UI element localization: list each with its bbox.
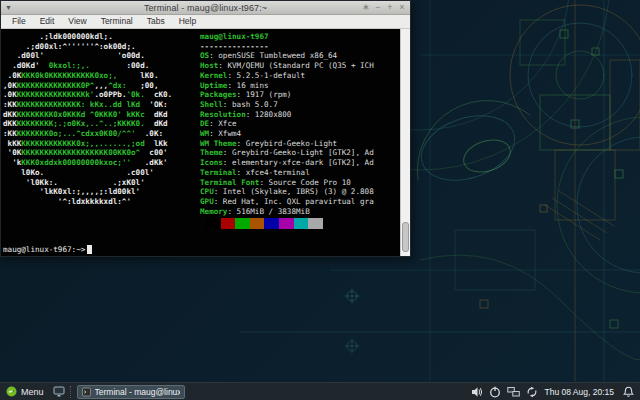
menu-item-view[interactable]: View: [61, 15, 93, 28]
sysinfo-row: Resolution: 1280x800: [200, 110, 374, 120]
ascii-art-line: ,0KKKKKKKKKKKKKKK0P^,,,^dx: ;00,: [3, 81, 172, 91]
notifications-bell-icon[interactable]: [623, 386, 634, 398]
shell-prompt[interactable]: maug@linux-t967:~>: [3, 245, 92, 255]
terminal-color-palette: [206, 218, 323, 229]
sysinfo-row: WM: Xfwm4: [200, 129, 374, 139]
palette-swatch: [264, 218, 279, 229]
sysinfo-row: Host: KVM/QEMU (Standard PC (Q35 + ICH: [200, 61, 374, 71]
ascii-art-line: .0KKKK0k0KKKKKKKKKK0xo;, lK0.: [3, 71, 172, 81]
shade-button[interactable]: ∗: [360, 1, 372, 14]
palette-swatch: [206, 218, 221, 229]
ascii-art-line: .0KKKKKKKKKKKKKKKKk'.o0PPb.'0k. cK0.: [3, 90, 172, 100]
sysinfo-user-host: maug@linux-t967: [200, 32, 374, 42]
window-buttons: ∗−+×: [360, 1, 408, 14]
prompt-text: maug@linux-t967:~>: [3, 245, 85, 254]
updates-icon[interactable]: [526, 386, 538, 398]
sysinfo-row: WM Theme: Greybird-Geeko-Light: [200, 139, 374, 149]
menu-button-label: Menu: [21, 387, 44, 397]
window-title: Terminal - maug@linux-t967:~: [1, 3, 410, 13]
sysinfo-row: Kernel: 5.2.5-1-default: [200, 71, 374, 81]
ascii-art-line: :KKKKKKKKKKKKKKKK: kKx..dd lKd 'OK:: [3, 100, 172, 110]
taskbar: Menu Terminal - maug@linux...: [0, 382, 640, 400]
sysinfo-row: Uptime: 16 mins: [200, 81, 374, 91]
sysinfo-row: Terminal Font: Source Code Pro 10: [200, 178, 374, 188]
menubar: FileEditViewTerminalTabsHelp: [1, 15, 410, 29]
ascii-art-line: '^:ldxkkkkxdl:^': [3, 197, 172, 207]
opensuse-geeko-icon: [6, 386, 17, 397]
ascii-art-line: l0Ko. .c00l': [3, 168, 172, 178]
taskbar-window-button[interactable]: Terminal - maug@linux...: [77, 385, 185, 399]
ascii-art-line: dKKKKKKKKKK0x0KKKd ^0KKK0' kKKc dKd: [3, 110, 172, 120]
sysinfo-row: Packages: 1917 (rpm): [200, 90, 374, 100]
ascii-art-line: .;ldk000000kdl;.: [3, 32, 172, 42]
sysinfo-row: Memory: 516MiB / 3838MiB: [200, 207, 374, 217]
ascii-art-line: 'l0Kk:. .;xK0l': [3, 178, 172, 188]
network-icon[interactable]: [507, 386, 520, 398]
terminal-screen[interactable]: .;ldk000000kdl;. .;d00xl:^''''''^:ok00d;…: [1, 29, 410, 256]
sysinfo-row: Terminal: xfce4-terminal: [200, 168, 374, 178]
sysinfo-underline: ---------------: [200, 42, 374, 52]
system-tray: [471, 386, 538, 398]
terminal-scrollbar[interactable]: [400, 29, 410, 256]
sysinfo-row: DE: Xfce: [200, 119, 374, 129]
terminal-window: ▼ Terminal - maug@linux-t967:~ ∗−+× File…: [0, 0, 411, 257]
ascii-art-line: dKKKKKKKKKK;.;o0Kx,..^..;KKKK0. dKd: [3, 119, 172, 129]
taskbar-window-label: Terminal - maug@linux...: [95, 387, 180, 397]
minimize-button[interactable]: −: [372, 1, 384, 14]
ascii-art-line: .d00l' 'o00d.: [3, 51, 172, 61]
sysinfo-row: OS: openSUSE Tumbleweed x86_64: [200, 51, 374, 61]
sysinfo-row: Theme: Greybird-Geeko-Light [GTK2], Ad: [200, 148, 374, 158]
palette-swatch: [279, 218, 294, 229]
palette-swatch: [294, 218, 309, 229]
applications-menu-button[interactable]: Menu: [3, 384, 50, 400]
ascii-art-line: .;d00xl:^''''''^:ok00d;.: [3, 42, 172, 52]
menu-item-edit[interactable]: Edit: [33, 15, 62, 28]
sysinfo-row: CPU: Intel (Skylake, IBRS) (3) @ 2.808: [200, 187, 374, 197]
sysinfo-row: GPU: Red Hat, Inc. QXL paravirtual gra: [200, 197, 374, 207]
ascii-art-line: '0KKKKKKKKKKKKKKKKKKKK00KK0o^ c00': [3, 148, 172, 158]
taskbar-separator: [70, 386, 75, 398]
ascii-art-line: 'lkK0xl:;,,,,;:ld00kl': [3, 187, 172, 197]
maximize-button[interactable]: +: [384, 1, 396, 14]
ascii-art-line: 'kKKK0xddxk00000000kxoc;'' .dKk': [3, 158, 172, 168]
sysinfo-row: Icons: elementary-xfce-dark [GTK2], Ad: [200, 158, 374, 168]
scrollbar-thumb[interactable]: [402, 222, 409, 252]
menu-item-help[interactable]: Help: [172, 15, 203, 28]
show-desktop-button[interactable]: [50, 384, 68, 400]
menu-item-file[interactable]: File: [5, 15, 33, 28]
clock[interactable]: Thu 08 Aug, 20:15: [545, 387, 614, 397]
terminal-cursor: [87, 245, 92, 254]
volume-icon[interactable]: [471, 386, 483, 398]
palette-swatch: [308, 218, 323, 229]
ascii-art-line: :KKKKKKKKK0o;...^cdxx0K00/^^' .0K:: [3, 129, 172, 139]
desktop-icon: [53, 386, 65, 397]
power-manager-icon[interactable]: [489, 386, 501, 398]
window-menu-icon[interactable]: ▼: [5, 1, 12, 14]
ascii-art: .;ldk000000kdl;. .;d00xl:^''''''^:ok00d;…: [3, 32, 172, 207]
palette-swatch: [250, 218, 265, 229]
sysinfo-row: Shell: bash 5.0.7: [200, 100, 374, 110]
ascii-art-line: .d0Kd' 0kxol:;,. :00d.: [3, 61, 172, 71]
menu-item-terminal[interactable]: Terminal: [94, 15, 140, 28]
palette-swatch: [221, 218, 236, 229]
terminal-icon: [82, 387, 91, 397]
palette-swatch: [235, 218, 250, 229]
sysinfo: maug@linux-t967---------------OS: openSU…: [200, 32, 374, 216]
titlebar[interactable]: ▼ Terminal - maug@linux-t967:~ ∗−+×: [1, 1, 410, 15]
menu-item-tabs[interactable]: Tabs: [140, 15, 172, 28]
ascii-art-line: kKKKKKKKKKKKKKK0x;,,......,;od lKk: [3, 139, 172, 149]
close-button[interactable]: ×: [396, 1, 408, 14]
